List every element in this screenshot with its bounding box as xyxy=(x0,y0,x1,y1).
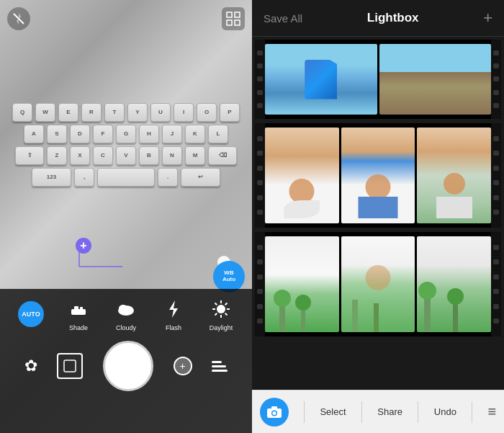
photo-portrait1[interactable] xyxy=(265,128,339,223)
photo-rooftop[interactable] xyxy=(379,44,492,115)
svg-marker-14 xyxy=(169,300,178,318)
film-strips-area xyxy=(252,37,504,390)
menu-icon[interactable]: ≡ xyxy=(488,403,497,420)
key-t: T xyxy=(104,103,125,122)
key-g: G xyxy=(116,125,136,143)
key-o: O xyxy=(197,103,217,122)
key-w: W xyxy=(35,103,55,122)
perforations-right-1 xyxy=(491,40,501,119)
bar2 xyxy=(212,365,226,367)
effects-icon[interactable]: ✿ xyxy=(24,357,37,375)
key-123: 123 xyxy=(32,168,71,187)
camera-button[interactable] xyxy=(260,398,289,427)
photo-sdcard[interactable] xyxy=(265,44,377,115)
share-button[interactable]: Share xyxy=(377,406,402,417)
add-photo-button[interactable]: + xyxy=(174,357,192,375)
key-z: Z xyxy=(47,146,67,165)
lightbox-bottom-bar: Select Share Undo ≡ xyxy=(252,390,504,433)
lightbox-panel: Save All Lightbox + xyxy=(252,0,504,433)
key-m: M xyxy=(185,146,205,165)
frame-icon[interactable] xyxy=(57,353,83,379)
save-all-button[interactable]: Save All xyxy=(264,12,302,24)
shade-icon xyxy=(66,296,91,322)
svg-line-23 xyxy=(215,313,217,316)
levels-icon[interactable] xyxy=(212,361,228,372)
photo-portrait3[interactable] xyxy=(417,128,491,223)
cloudy-icon xyxy=(113,296,139,322)
lightbox-title: Lightbox xyxy=(367,11,419,25)
auto-icon: AUTO xyxy=(18,301,44,327)
flash-off-icon[interactable] xyxy=(7,7,30,30)
wb-mode-auto[interactable]: AUTO xyxy=(18,301,44,327)
key-q: Q xyxy=(12,103,32,122)
svg-rect-2 xyxy=(227,12,232,17)
photo-portrait2[interactable] xyxy=(341,128,415,223)
key-p: P xyxy=(220,103,240,122)
wb-auto-button[interactable]: WBAuto xyxy=(213,261,245,293)
key-del: ⌫ xyxy=(208,146,237,165)
svg-rect-3 xyxy=(235,12,240,17)
film-strip-1[interactable] xyxy=(255,40,501,119)
svg-marker-1 xyxy=(17,13,21,24)
key-y: Y xyxy=(127,103,148,122)
svg-rect-9 xyxy=(74,306,78,311)
focus-point-indicator[interactable]: + xyxy=(76,238,91,254)
key-k: K xyxy=(185,125,205,143)
divider-3 xyxy=(418,401,418,423)
grid-icon[interactable] xyxy=(222,7,245,30)
divider-2 xyxy=(361,401,362,423)
camera-bottom-controls: AUTO Shade xyxy=(0,289,252,433)
key-a: A xyxy=(24,125,44,143)
bar3 xyxy=(212,370,228,372)
photo-trees3[interactable] xyxy=(417,236,491,332)
svg-point-13 xyxy=(125,306,132,312)
svg-rect-4 xyxy=(227,20,232,25)
key-e: E xyxy=(58,103,78,122)
undo-button[interactable]: Undo xyxy=(434,406,456,417)
wb-mode-daylight[interactable]: Daylight xyxy=(208,296,234,331)
key-v: V xyxy=(116,146,136,165)
svg-rect-8 xyxy=(71,309,86,315)
film-images-2 xyxy=(265,123,491,228)
perforations-left-3 xyxy=(255,232,265,336)
key-r: R xyxy=(81,103,102,122)
key-l: L xyxy=(208,125,228,143)
svg-line-20 xyxy=(215,303,217,305)
key-f: F xyxy=(93,125,113,143)
wb-mode-cloudy[interactable]: Cloudy xyxy=(113,296,139,331)
svg-line-21 xyxy=(225,313,228,316)
photo-trees2[interactable] xyxy=(341,236,415,332)
svg-rect-10 xyxy=(80,307,83,311)
wb-mode-shade[interactable]: Shade xyxy=(66,296,91,331)
wb-modes-row: AUTO Shade xyxy=(0,289,252,335)
key-h: H xyxy=(139,125,159,143)
keyboard-view: Q W E R T Y U I O P A S D F G H J K L ⇧ … xyxy=(0,0,252,289)
perforations-left-1 xyxy=(255,40,265,119)
svg-rect-24 xyxy=(64,360,76,372)
wb-mode-flash[interactable]: Flash xyxy=(161,296,186,331)
key-u: U xyxy=(150,103,171,122)
key-x: X xyxy=(70,146,90,165)
perforations-right-2 xyxy=(491,123,501,228)
bar1 xyxy=(212,361,222,363)
key-d: D xyxy=(70,125,90,143)
add-to-lightbox-button[interactable]: + xyxy=(483,9,492,27)
camera-panel: Q W E R T Y U I O P A S D F G H J K L ⇧ … xyxy=(0,0,252,433)
divider-1 xyxy=(304,401,305,423)
shutter-button[interactable] xyxy=(103,341,153,391)
svg-point-15 xyxy=(217,305,225,313)
key-n: N xyxy=(162,146,182,165)
daylight-icon xyxy=(208,296,234,322)
film-strip-3[interactable] xyxy=(255,232,501,336)
film-images-3 xyxy=(265,232,491,336)
perforations-left-2 xyxy=(255,123,265,228)
key-comma: , xyxy=(74,168,94,187)
photo-trees1[interactable] xyxy=(265,236,339,332)
film-strip-2[interactable] xyxy=(255,123,501,228)
key-period: . xyxy=(158,168,178,187)
svg-line-22 xyxy=(225,303,228,305)
key-space xyxy=(97,168,155,187)
select-button[interactable]: Select xyxy=(320,406,346,417)
key-b: B xyxy=(139,146,159,165)
svg-rect-28 xyxy=(271,406,277,409)
